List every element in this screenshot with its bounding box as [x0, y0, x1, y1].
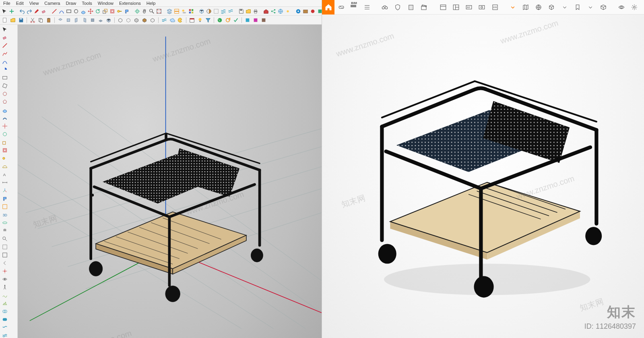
share-icon[interactable]	[270, 8, 276, 15]
record-icon[interactable]	[310, 8, 316, 15]
eyebox-icon[interactable]	[477, 1, 487, 13]
pan-icon[interactable]	[142, 8, 147, 15]
save-icon[interactable]	[238, 8, 244, 15]
rrect-icon[interactable]	[1, 82, 8, 89]
hidden-icon[interactable]	[125, 17, 132, 23]
iso-bottom-icon[interactable]	[97, 17, 104, 23]
sand1-icon[interactable]	[1, 292, 8, 299]
box-icon[interactable]	[303, 8, 308, 15]
link-icon[interactable]	[336, 1, 346, 13]
plugin3-icon[interactable]	[260, 17, 267, 23]
zoome-icon[interactable]	[1, 251, 8, 258]
iso-left-icon[interactable]	[81, 17, 88, 23]
box2-icon[interactable]	[598, 1, 609, 13]
zoom-icon[interactable]	[149, 8, 155, 15]
chevron-down-icon[interactable]	[508, 1, 518, 13]
iso-iso-icon[interactable]	[105, 17, 112, 23]
prev-icon[interactable]	[1, 259, 8, 266]
rotate-icon[interactable]	[95, 8, 101, 15]
plus-icon[interactable]	[9, 8, 14, 15]
txt-icon[interactable]: A	[1, 171, 8, 178]
tape-icon[interactable]	[117, 8, 122, 15]
wave-b-icon[interactable]	[161, 17, 167, 23]
axes-icon[interactable]	[1, 187, 8, 194]
shaded-icon[interactable]	[133, 17, 140, 23]
waves2-icon[interactable]	[228, 8, 233, 15]
date-icon[interactable]	[189, 17, 195, 23]
texture-icon[interactable]	[141, 17, 148, 23]
eye-icon[interactable]	[616, 1, 627, 13]
xray-icon[interactable]	[213, 8, 219, 15]
paint-icon[interactable]	[124, 8, 130, 15]
sel-icon[interactable]	[1, 26, 8, 33]
print-icon[interactable]	[253, 8, 258, 15]
cloud-icon[interactable]	[169, 17, 175, 23]
map-icon[interactable]	[520, 1, 531, 13]
mv-icon[interactable]	[1, 122, 8, 129]
iso-back-icon[interactable]	[89, 17, 96, 23]
ext-warehouse-icon[interactable]	[263, 8, 269, 15]
iso-top-icon[interactable]	[57, 17, 64, 23]
cut-icon[interactable]	[29, 17, 36, 23]
sun-icon[interactable]	[285, 8, 291, 15]
render-viewport[interactable]: www.znzmo.com www.znzmo.com 知末网 www.znzm…	[322, 15, 644, 338]
plugin2-icon[interactable]	[252, 17, 259, 23]
gear-icon[interactable]	[629, 1, 640, 13]
copy-icon[interactable]	[37, 17, 44, 23]
plugin1-icon[interactable]	[244, 17, 251, 23]
poly-icon[interactable]	[1, 98, 8, 105]
open-icon[interactable]	[246, 8, 251, 15]
cursor-icon[interactable]	[2, 8, 7, 15]
styles-icon[interactable]	[188, 8, 194, 15]
zoom2-icon[interactable]	[1, 235, 8, 242]
iso-right-icon[interactable]	[73, 17, 80, 23]
w2-icon[interactable]	[1, 332, 8, 338]
walk-icon[interactable]	[1, 284, 8, 290]
pan2-icon[interactable]	[1, 227, 8, 234]
era-icon[interactable]	[1, 34, 8, 41]
layers-icon[interactable]	[167, 8, 172, 15]
menu-help[interactable]: Help	[147, 1, 156, 6]
arc-icon[interactable]	[59, 8, 64, 15]
off-icon[interactable]	[1, 147, 8, 153]
menu-camera[interactable]: Camera	[44, 1, 60, 6]
menu-tools[interactable]: Tools	[82, 1, 92, 6]
menu-draw[interactable]: Draw	[66, 1, 76, 6]
section-icon[interactable]	[174, 8, 180, 15]
panel-icon[interactable]	[438, 1, 448, 13]
rect-icon[interactable]	[66, 8, 72, 15]
save2-icon[interactable]	[18, 17, 24, 23]
pano-icon[interactable]: 360°	[464, 1, 474, 13]
rect2-icon[interactable]	[1, 74, 8, 81]
pushpull-icon[interactable]	[80, 8, 86, 15]
pos-icon[interactable]	[1, 267, 8, 274]
check-icon[interactable]	[233, 17, 239, 23]
arc2-icon[interactable]	[1, 58, 8, 65]
sol2-icon[interactable]	[1, 316, 8, 323]
zoomw-icon[interactable]	[1, 243, 8, 250]
w1-icon[interactable]	[1, 324, 8, 331]
refresh-icon[interactable]	[225, 17, 231, 23]
new-icon[interactable]	[2, 17, 8, 23]
eraser-icon[interactable]	[41, 8, 47, 15]
geo-icon[interactable]	[278, 8, 283, 15]
menu-file[interactable]: File	[3, 1, 10, 6]
scl-icon[interactable]	[1, 139, 8, 145]
menu-extensions[interactable]: Extensions	[119, 1, 141, 6]
geo2-icon[interactable]	[217, 17, 223, 23]
free-icon[interactable]	[1, 50, 8, 57]
menu-view[interactable]: View	[29, 1, 39, 6]
zoomext-icon[interactable]	[156, 8, 162, 15]
waves-icon[interactable]	[221, 8, 226, 15]
move-icon[interactable]	[88, 8, 93, 15]
chevron-down2-icon[interactable]	[559, 1, 570, 13]
sol1-icon[interactable]	[1, 308, 8, 315]
open2-icon[interactable]	[10, 17, 16, 23]
binoculars-icon[interactable]	[380, 1, 390, 13]
globe-icon[interactable]	[533, 1, 544, 13]
building-icon[interactable]	[406, 1, 416, 13]
shield-icon[interactable]	[392, 1, 403, 13]
3dt-icon[interactable]: 3D	[1, 211, 8, 218]
bim-icon[interactable]: BIM	[349, 1, 359, 13]
bulb-icon[interactable]	[197, 17, 203, 23]
